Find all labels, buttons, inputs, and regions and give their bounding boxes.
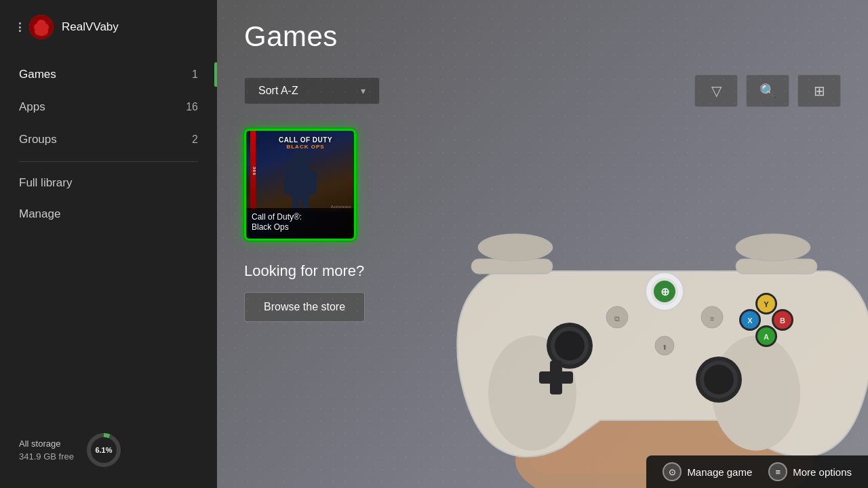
sidebar: ⫶ RealVVaby Games 1 Apps 16 Groups 2 xyxy=(0,0,217,488)
sidebar-item-groups-count: 2 xyxy=(192,134,198,146)
storage-label: All storage xyxy=(19,437,74,451)
soldier-art xyxy=(273,150,328,211)
game-card-label: Call of Duty®: Black Ops xyxy=(246,208,354,239)
svg-text:⬆: ⬆ xyxy=(662,344,667,351)
avatar xyxy=(29,15,54,39)
library-icon: ⫶ xyxy=(16,18,24,36)
storage-percent: 6.1% xyxy=(95,446,112,454)
svg-text:⊕: ⊕ xyxy=(660,286,669,298)
svg-text:≡: ≡ xyxy=(710,314,714,323)
search-button[interactable]: 🔍 xyxy=(746,75,789,107)
chevron-down-icon: ▾ xyxy=(361,85,366,96)
cod-title-area: CALL OF DUTY BLACK OPS xyxy=(260,136,351,150)
browse-store-button[interactable]: Browse the store xyxy=(244,292,365,322)
svg-point-51 xyxy=(291,150,310,171)
manage-game-icon: ⊙ xyxy=(663,462,682,481)
toolbar: Sort A-Z ▾ ▽ 🔍 ⊞ xyxy=(244,75,841,107)
sort-dropdown[interactable]: Sort A-Z ▾ xyxy=(244,77,380,104)
game-card-inner: 360 xyxy=(246,131,354,239)
svg-point-32 xyxy=(704,365,734,394)
svg-point-4 xyxy=(35,26,48,36)
search-icon: 🔍 xyxy=(760,83,776,99)
storage-text: All storage 341.9 GB free xyxy=(19,437,74,464)
game-card-cod[interactable]: 360 xyxy=(244,129,356,241)
svg-rect-34 xyxy=(550,361,562,394)
game-title-line1: Call of Duty®: xyxy=(252,212,349,223)
sidebar-item-apps[interactable]: Apps 16 xyxy=(0,91,217,123)
grid-icon: ⊞ xyxy=(814,83,825,99)
more-options-action[interactable]: ≡ More options xyxy=(768,462,852,481)
nav-divider xyxy=(19,161,198,162)
storage-free: 341.9 GB free xyxy=(19,450,74,464)
svg-point-29 xyxy=(555,331,585,361)
controller-image: ⊕ ⧉ ≡ ⬆ Y xyxy=(420,136,868,488)
username: RealVVaby xyxy=(62,20,119,34)
sort-label: Sort A-Z xyxy=(258,85,298,97)
sidebar-item-groups-label: Groups xyxy=(19,133,57,146)
sidebar-icons: ⫶ xyxy=(16,15,54,39)
svg-text:A: A xyxy=(764,333,769,341)
manage-view-button[interactable]: ⊞ xyxy=(797,75,841,107)
svg-rect-53 xyxy=(284,171,292,195)
svg-text:B: B xyxy=(780,317,785,325)
svg-point-49 xyxy=(478,234,553,261)
bottom-bar: ⊙ Manage game ≡ More options xyxy=(646,455,868,488)
svg-rect-52 xyxy=(291,169,310,200)
sidebar-item-games-count: 1 xyxy=(192,68,198,81)
svg-rect-54 xyxy=(309,171,317,195)
sidebar-item-apps-label: Apps xyxy=(19,100,45,114)
sidebar-header: ⫶ RealVVaby xyxy=(0,0,217,52)
sidebar-nav: Games 1 Apps 16 Groups 2 Full library Ma… xyxy=(0,52,217,237)
sidebar-item-games[interactable]: Games 1 xyxy=(0,58,217,91)
cod-subtitle: BLACK OPS xyxy=(260,144,351,150)
filter-icon: ▽ xyxy=(711,83,722,99)
cod-art: 360 xyxy=(246,131,354,211)
storage-donut: 6.1% xyxy=(85,431,123,469)
sidebar-item-full-library[interactable]: Full library xyxy=(0,167,217,199)
manage-game-action[interactable]: ⊙ Manage game xyxy=(663,462,752,481)
sidebar-item-groups[interactable]: Groups 2 xyxy=(0,123,217,156)
sidebar-item-apps-count: 16 xyxy=(186,101,198,113)
more-options-label: More options xyxy=(793,466,852,478)
svg-text:⧉: ⧉ xyxy=(614,314,620,323)
sidebar-item-manage[interactable]: Manage xyxy=(0,199,217,230)
svg-text:X: X xyxy=(747,317,753,325)
game-title-line2: Black Ops xyxy=(252,222,349,233)
manage-game-label: Manage game xyxy=(687,466,752,478)
cod-game-title: CALL OF DUTY xyxy=(260,136,351,144)
more-options-icon: ≡ xyxy=(768,462,787,481)
svg-point-50 xyxy=(736,234,810,261)
main-content: ⊕ ⧉ ≡ ⬆ Y xyxy=(217,0,868,488)
storage-section: All storage 341.9 GB free 6.1% xyxy=(0,431,217,469)
page-title: Games xyxy=(244,20,841,53)
svg-text:Y: Y xyxy=(764,300,769,308)
sidebar-item-games-label: Games xyxy=(19,68,56,81)
filter-button[interactable]: ▽ xyxy=(694,75,738,107)
